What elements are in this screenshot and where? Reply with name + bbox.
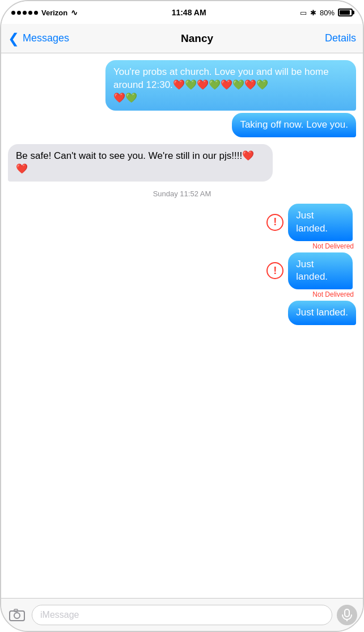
details-button[interactable]: Details	[325, 32, 356, 44]
bubble-text-6: Just landed.	[296, 307, 348, 318]
back-label: Messages	[23, 32, 69, 44]
airplay-icon: ▭	[300, 9, 307, 17]
signal-dots	[11, 11, 38, 15]
battery-percent: 80%	[320, 9, 335, 17]
mic-icon	[342, 609, 352, 621]
signal-dot-4	[28, 11, 32, 15]
message-row-4-inner: ! Just landed.	[266, 204, 356, 241]
bubble-text-2: Taking off now. Love you.	[240, 119, 348, 130]
signal-dot-1	[11, 11, 15, 15]
bubble-in-3: Be safe! Can't wait to see you. We're st…	[8, 144, 273, 182]
message-row-5-inner: ! Just landed.	[266, 252, 356, 290]
battery-icon	[338, 9, 353, 16]
status-bar: Verizon ∿ 11:48 AM ▭ ✱ 80%	[1, 1, 363, 24]
carrier-name: Verizon	[41, 9, 67, 17]
not-delivered-4: Not Delivered	[312, 242, 356, 250]
exclamation-4: !	[273, 216, 277, 228]
bubble-text-3: Be safe! Can't wait to see you. We're st…	[16, 150, 254, 174]
back-button[interactable]: ❮ Messages	[8, 31, 69, 47]
timestamp-1: Sunday 11:52 AM	[8, 189, 356, 198]
bubble-out-6: Just landed.	[288, 301, 356, 325]
svg-rect-3	[345, 609, 349, 617]
error-icon-5[interactable]: !	[266, 262, 283, 279]
signal-dot-5	[34, 11, 38, 15]
bubble-text-4: Just landed.	[296, 210, 328, 234]
bubble-out-1: You're probs at church. Love you and wil…	[105, 60, 356, 111]
message-row-6: Just landed.	[8, 301, 356, 325]
bubble-out-2: Taking off now. Love you.	[232, 113, 356, 137]
input-placeholder: iMessage	[40, 610, 79, 620]
chevron-left-icon: ❮	[8, 31, 19, 47]
messages-area: You're probs at church. Love you and wil…	[1, 53, 363, 598]
svg-point-1	[14, 613, 20, 618]
message-row-4: ! Just landed. Not Delivered	[8, 204, 356, 250]
wifi-icon: ∿	[71, 8, 78, 17]
signal-dot-3	[23, 11, 27, 15]
nav-bar: ❮ Messages Nancy Details	[1, 24, 363, 53]
battery-fill	[340, 10, 350, 15]
signal-dot-2	[17, 11, 21, 15]
message-row-2: Taking off now. Love you.	[8, 113, 356, 137]
message-row-5: ! Just landed. Not Delivered	[8, 252, 356, 299]
nav-title: Nancy	[181, 32, 213, 45]
camera-button[interactable]	[7, 605, 27, 625]
status-left: Verizon ∿	[11, 8, 78, 17]
input-bar: iMessage	[1, 598, 363, 631]
bluetooth-icon: ✱	[310, 9, 316, 17]
status-time: 11:48 AM	[172, 8, 206, 17]
bubble-text-5: Just landed.	[296, 259, 328, 283]
status-right: ▭ ✱ 80%	[300, 9, 353, 17]
bubble-out-4: Just landed.	[288, 204, 353, 241]
camera-icon	[9, 608, 25, 622]
mic-button[interactable]	[337, 605, 357, 625]
message-row-3: Be safe! Can't wait to see you. We're st…	[8, 144, 356, 182]
phone-frame: Verizon ∿ 11:48 AM ▭ ✱ 80% ❮ Messages Na…	[0, 0, 364, 632]
error-icon-4[interactable]: !	[266, 214, 283, 231]
bubble-text-1: You're probs at church. Love you and wil…	[113, 66, 329, 103]
bubble-out-5: Just landed.	[288, 252, 353, 290]
not-delivered-5: Not Delivered	[312, 290, 356, 298]
message-row-1: You're probs at church. Love you and wil…	[8, 60, 356, 111]
message-input[interactable]: iMessage	[32, 605, 332, 625]
exclamation-5: !	[273, 265, 277, 277]
